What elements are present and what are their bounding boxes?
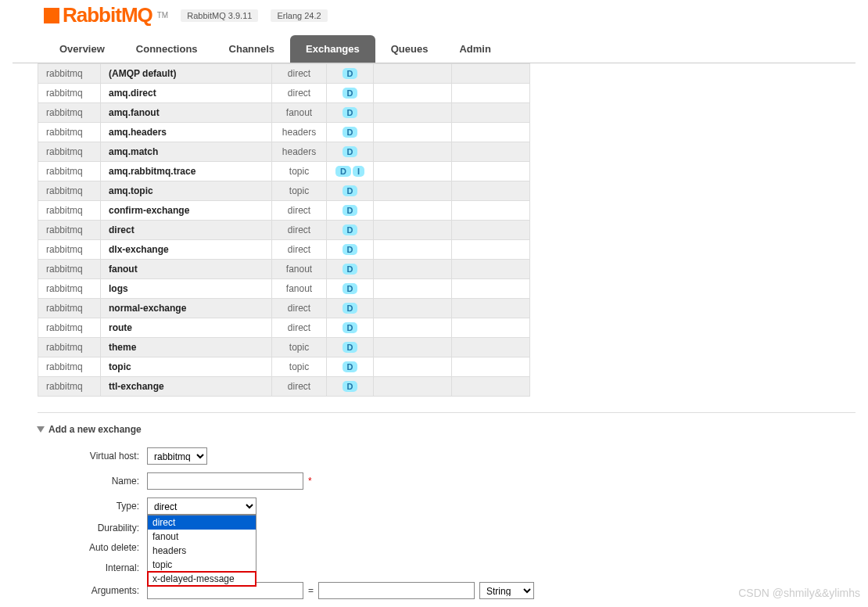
type-option-x-delayed-message[interactable]: x-delayed-message [148, 572, 256, 586]
tab-admin[interactable]: Admin [443, 35, 506, 63]
table-row: rabbitmqamq.fanoutfanoutD [38, 103, 530, 123]
cell-features: D [327, 318, 374, 338]
section-header[interactable]: Add a new exchange [38, 419, 855, 440]
header: RabbitMQ TM RabbitMQ 3.9.11 Erlang 24.2 [13, 0, 855, 35]
cell-vhost: rabbitmq [38, 142, 101, 162]
version-badge: RabbitMQ 3.9.11 [181, 9, 258, 22]
cell-name[interactable]: (AMQP default) [101, 64, 272, 84]
cell-blank [452, 279, 530, 299]
cell-vhost: rabbitmq [38, 181, 101, 201]
cell-blank [374, 123, 452, 142]
cell-features: D [327, 103, 374, 123]
table-row: rabbitmqamq.matchheadersD [38, 142, 530, 162]
cell-name[interactable]: amq.match [101, 142, 272, 162]
cell-type: direct [272, 201, 327, 221]
cell-name[interactable]: amq.direct [101, 84, 272, 103]
cell-name[interactable]: confirm-exchange [101, 201, 272, 221]
cell-blank [452, 84, 530, 103]
cell-blank [374, 279, 452, 299]
cell-features: D [327, 240, 374, 260]
cell-name[interactable]: logs [101, 279, 272, 299]
name-input[interactable] [147, 472, 303, 490]
cell-features: D [327, 123, 374, 142]
tab-queues[interactable]: Queues [375, 35, 444, 63]
cell-name[interactable]: ttl-exchange [101, 377, 272, 397]
cell-blank [374, 64, 452, 84]
tab-overview[interactable]: Overview [44, 35, 120, 63]
arguments-label: Arguments: [38, 585, 147, 596]
table-row: rabbitmq(AMQP default)directD [38, 64, 530, 84]
cell-blank [374, 260, 452, 279]
cell-blank [374, 84, 452, 103]
cell-vhost: rabbitmq [38, 103, 101, 123]
cell-blank [374, 338, 452, 357]
arg-type-select[interactable]: String [479, 582, 534, 599]
cell-name[interactable]: theme [101, 338, 272, 357]
cell-features: D [327, 221, 374, 240]
cell-features: D [327, 260, 374, 279]
cell-blank [452, 201, 530, 221]
cell-type: direct [272, 84, 327, 103]
cell-blank [452, 162, 530, 181]
feature-badge: D [343, 224, 358, 235]
section-title: Add a new exchange [48, 424, 142, 435]
exchanges-table: rabbitmq(AMQP default)directDrabbitmqamq… [38, 63, 530, 397]
cell-name[interactable]: dlx-exchange [101, 240, 272, 260]
cell-type: headers [272, 142, 327, 162]
tab-channels[interactable]: Channels [213, 35, 291, 63]
feature-badge: D [343, 88, 358, 99]
cell-features: DI [327, 162, 374, 181]
cell-name[interactable]: amq.headers [101, 123, 272, 142]
cell-blank [452, 64, 530, 84]
logo: RabbitMQ TM [44, 3, 168, 27]
feature-badge: D [343, 127, 358, 138]
feature-badge: D [343, 361, 358, 372]
cell-name[interactable]: normal-exchange [101, 299, 272, 318]
cell-name[interactable]: direct [101, 221, 272, 240]
cell-vhost: rabbitmq [38, 240, 101, 260]
expand-icon [37, 426, 45, 433]
cell-name[interactable]: amq.fanout [101, 103, 272, 123]
cell-name[interactable]: topic [101, 357, 272, 377]
cell-name[interactable]: route [101, 318, 272, 338]
feature-badge: D [335, 166, 351, 177]
cell-type: direct [272, 299, 327, 318]
tabs-nav: OverviewConnectionsChannelsExchangesQueu… [13, 35, 855, 63]
cell-features: D [327, 299, 374, 318]
cell-blank [374, 240, 452, 260]
cell-features: D [327, 357, 374, 377]
cell-vhost: rabbitmq [38, 279, 101, 299]
tab-exchanges[interactable]: Exchanges [290, 35, 375, 63]
type-label: Type: [38, 501, 147, 512]
table-row: rabbitmqamq.headersheadersD [38, 123, 530, 142]
arg-value-input[interactable] [318, 582, 475, 599]
cell-vhost: rabbitmq [38, 64, 101, 84]
cell-blank [452, 260, 530, 279]
cell-vhost: rabbitmq [38, 299, 101, 318]
cell-type: fanout [272, 279, 327, 299]
table-row: rabbitmqlogsfanoutD [38, 279, 530, 299]
cell-name[interactable]: fanout [101, 260, 272, 279]
cell-type: topic [272, 338, 327, 357]
cell-vhost: rabbitmq [38, 201, 101, 221]
internal-label: Internal: [38, 562, 147, 573]
feature-badge: D [343, 68, 358, 79]
feature-badge: D [343, 303, 358, 314]
cell-type: direct [272, 318, 327, 338]
type-select[interactable]: direct [147, 497, 256, 515]
cell-name[interactable]: amq.topic [101, 181, 272, 201]
tab-connections[interactable]: Connections [120, 35, 213, 63]
cell-type: fanout [272, 103, 327, 123]
table-row: rabbitmqtopictopicD [38, 357, 530, 377]
cell-blank [374, 103, 452, 123]
vhost-select[interactable]: rabbitmq [147, 447, 207, 465]
type-option-topic[interactable]: topic [148, 558, 256, 572]
cell-name[interactable]: amq.rabbitmq.trace [101, 162, 272, 181]
type-option-fanout[interactable]: fanout [148, 530, 256, 544]
cell-blank [452, 377, 530, 397]
type-option-headers[interactable]: headers [148, 544, 256, 558]
feature-badge: D [343, 283, 358, 294]
type-option-direct[interactable]: direct [148, 515, 256, 530]
type-dropdown-list: directfanoutheaderstopicx-delayed-messag… [147, 515, 256, 587]
vhost-label: Virtual host: [38, 451, 147, 462]
